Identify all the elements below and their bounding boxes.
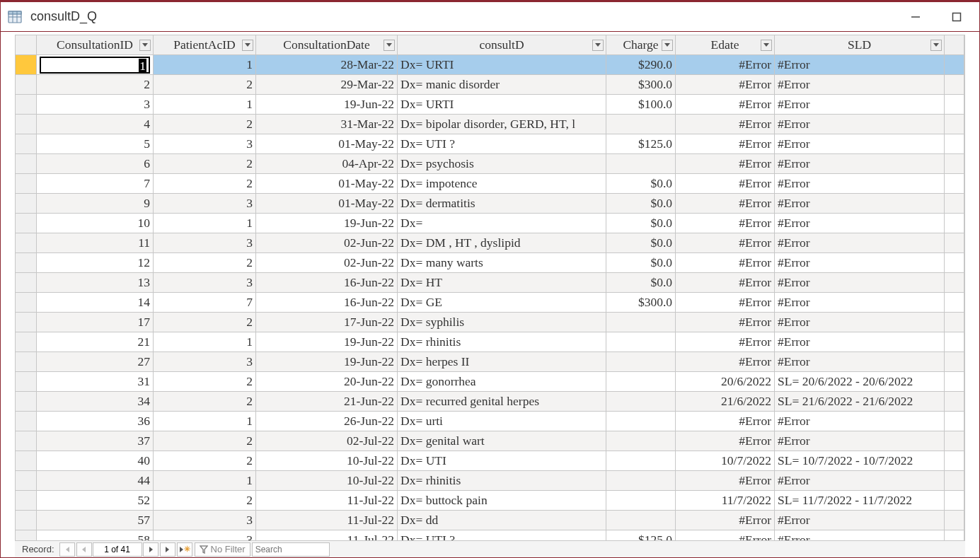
row-selector[interactable] (16, 95, 37, 115)
cell-Edate[interactable]: #Error (676, 511, 775, 530)
cell-Edate[interactable]: 20/6/2022 (676, 372, 775, 392)
cell-SLD[interactable]: #Error (775, 313, 945, 332)
row-selector[interactable] (16, 431, 37, 451)
table-row[interactable]: 11302-Jun-22Dx= DM , HT , dyslipid$0.0#E… (16, 233, 964, 253)
cell-consultD[interactable]: Dx= psychosis (398, 154, 606, 174)
cell-ConsultationDate[interactable]: 11-Jul-22 (256, 511, 398, 530)
cell-Charge[interactable] (606, 313, 676, 332)
cell-Edate[interactable]: #Error (676, 313, 775, 332)
table-row[interactable]: 7201-May-22Dx= impotence$0.0#Error#Error (16, 174, 964, 194)
cell-ConsultationID[interactable]: 57 (37, 511, 154, 530)
cell-ConsultationID[interactable]: 13 (37, 273, 154, 293)
cell-ConsultationID[interactable]: 17 (37, 313, 154, 332)
table-row[interactable]: 21119-Jun-22Dx= rhinitis#Error#Error (16, 332, 964, 352)
row-selector[interactable] (16, 451, 37, 471)
cell-ConsultationDate[interactable]: 31-Mar-22 (256, 115, 398, 134)
cell-ConsultationID[interactable]: 58 (37, 530, 154, 541)
cell-consultD[interactable]: Dx= bipolar disorder, GERD, HT, l (398, 115, 606, 134)
cell-Edate[interactable]: #Error (676, 95, 775, 115)
cell-ConsultationID[interactable]: 31 (37, 372, 154, 392)
cell-ConsultationDate[interactable]: 11-Jul-22 (256, 491, 398, 511)
row-selector[interactable] (16, 214, 37, 233)
cell-PatientAcID[interactable]: 2 (154, 313, 256, 332)
cell-consultD[interactable]: Dx= HT (398, 273, 606, 293)
next-record-button[interactable] (143, 542, 158, 557)
cell-PatientAcID[interactable]: 2 (154, 431, 256, 451)
cell-PatientAcID[interactable]: 2 (154, 392, 256, 412)
search-input[interactable] (252, 542, 330, 557)
row-selector[interactable] (16, 273, 37, 293)
cell-Charge[interactable] (606, 471, 676, 491)
cell-SLD[interactable]: #Error (775, 95, 945, 115)
cell-PatientAcID[interactable]: 2 (154, 75, 256, 95)
cell-consultD[interactable]: Dx= GE (398, 293, 606, 313)
cell-Edate[interactable]: #Error (676, 352, 775, 372)
cell-ConsultationID[interactable]: 37 (37, 431, 154, 451)
maximize-button[interactable] (942, 6, 971, 28)
cell-Edate[interactable]: #Error (676, 115, 775, 134)
cell-ConsultationDate[interactable]: 02-Jun-22 (256, 233, 398, 253)
cell-ConsultationID[interactable]: 3 (37, 95, 154, 115)
cell-consultD[interactable]: Dx= dd (398, 511, 606, 530)
table-row[interactable]: 6204-Apr-22Dx= psychosis#Error#Error (16, 154, 964, 174)
cell-ConsultationDate[interactable]: 16-Jun-22 (256, 293, 398, 313)
cell-Charge[interactable]: $0.0 (606, 273, 676, 293)
cell-Edate[interactable]: #Error (676, 471, 775, 491)
cell-consultD[interactable]: Dx= rhinitis (398, 471, 606, 491)
cell-ConsultationID[interactable]: 2 (37, 75, 154, 95)
cell-ConsultationDate[interactable]: 17-Jun-22 (256, 313, 398, 332)
row-selector[interactable] (16, 233, 37, 253)
table-row[interactable]: 17217-Jun-22Dx= syphilis#Error#Error (16, 313, 964, 332)
cell-SLD[interactable]: #Error (775, 154, 945, 174)
cell-Charge[interactable] (606, 115, 676, 134)
cell-consultD[interactable]: Dx= syphilis (398, 313, 606, 332)
cell-PatientAcID[interactable]: 1 (154, 55, 256, 75)
row-selector[interactable] (16, 313, 37, 332)
cell-ConsultationDate[interactable]: 04-Apr-22 (256, 154, 398, 174)
cell-Charge[interactable] (606, 352, 676, 372)
cell-Edate[interactable]: #Error (676, 174, 775, 194)
cell-Charge[interactable] (606, 451, 676, 471)
cell-ConsultationID[interactable]: 34 (37, 392, 154, 412)
cell-Edate[interactable]: #Error (676, 75, 775, 95)
cell-consultD[interactable]: Dx= recurred genital herpes (398, 392, 606, 412)
table-row[interactable]: 36126-Jun-22Dx= urti#Error#Error (16, 412, 964, 431)
cell-consultD[interactable]: Dx= URTI (398, 95, 606, 115)
cell-PatientAcID[interactable]: 3 (154, 530, 256, 541)
select-all-header[interactable] (16, 35, 37, 55)
cell-consultD[interactable]: Dx= buttock pain (398, 491, 606, 511)
cell-ConsultationDate[interactable]: 26-Jun-22 (256, 412, 398, 431)
row-selector[interactable] (16, 253, 37, 273)
cell-consultD[interactable]: Dx= many warts (398, 253, 606, 273)
cell-Charge[interactable] (606, 154, 676, 174)
cell-Edate[interactable]: #Error (676, 293, 775, 313)
cell-SLD[interactable]: #Error (775, 233, 945, 253)
cell-ConsultationDate[interactable]: 19-Jun-22 (256, 95, 398, 115)
row-selector[interactable] (16, 491, 37, 511)
cell-consultD[interactable]: Dx= rhinitis (398, 332, 606, 352)
cell-PatientAcID[interactable]: 3 (154, 134, 256, 154)
cell-SLD[interactable]: #Error (775, 75, 945, 95)
cell-consultD[interactable]: Dx= gonorrhea (398, 372, 606, 392)
table-row[interactable]: 12202-Jun-22Dx= many warts$0.0#Error#Err… (16, 253, 964, 273)
row-selector[interactable] (16, 55, 37, 75)
cell-Edate[interactable]: #Error (676, 233, 775, 253)
cell-Charge[interactable]: $0.0 (606, 214, 676, 233)
cell-SLD[interactable]: #Error (775, 293, 945, 313)
cell-Edate[interactable]: 11/7/2022 (676, 491, 775, 511)
cell-ConsultationDate[interactable]: 28-Mar-22 (256, 55, 398, 75)
cell-SLD[interactable]: #Error (775, 511, 945, 530)
filter-dropdown-icon[interactable] (139, 40, 151, 51)
cell-Charge[interactable] (606, 511, 676, 530)
cell-ConsultationDate[interactable]: 01-May-22 (256, 134, 398, 154)
cell-SLD[interactable]: #Error (775, 253, 945, 273)
cell-ConsultationDate[interactable]: 01-May-22 (256, 194, 398, 214)
last-record-button[interactable] (160, 542, 175, 557)
cell-SLD[interactable]: #Error (775, 194, 945, 214)
row-selector[interactable] (16, 511, 37, 530)
row-selector[interactable] (16, 352, 37, 372)
cell-Charge[interactable]: $125.0 (606, 530, 676, 541)
cell-ConsultationDate[interactable]: 20-Jun-22 (256, 372, 398, 392)
cell-consultD[interactable]: Dx= dermatitis (398, 194, 606, 214)
row-selector[interactable] (16, 392, 37, 412)
